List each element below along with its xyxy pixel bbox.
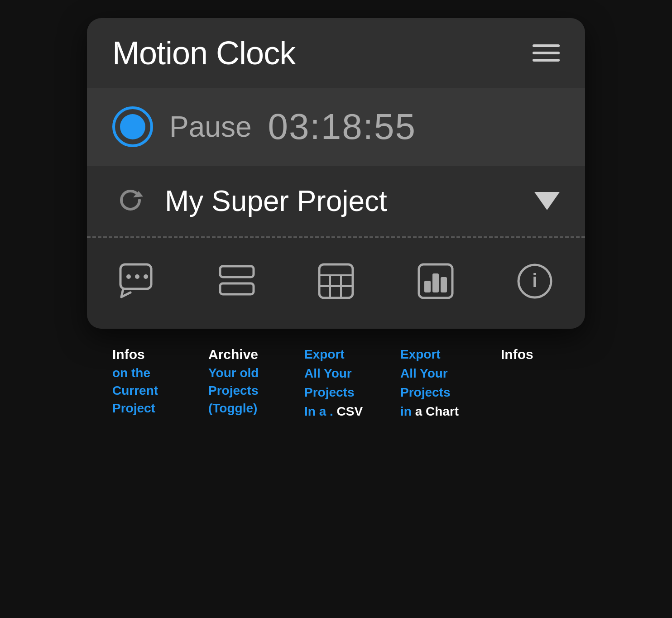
svg-rect-13 <box>424 281 431 292</box>
label-infos-right: Infos <box>501 345 560 421</box>
label-export-csv: ExportAll YourProjectsIn a . CSV <box>304 345 390 421</box>
hamburger-line-3 <box>533 59 560 62</box>
label-archive-sub: Your oldProjects(Toggle) <box>208 364 294 417</box>
app-title: Motion Clock <box>112 34 295 72</box>
record-pause-button[interactable] <box>112 106 153 147</box>
label-infos-right-title: Infos <box>501 345 560 364</box>
label-infos-sub: on theCurrentProject <box>112 364 198 417</box>
svg-point-4 <box>144 274 148 279</box>
hamburger-line-1 <box>533 44 560 47</box>
table-button[interactable] <box>311 256 361 306</box>
project-name: My Super Project <box>165 184 518 218</box>
project-section: My Super Project <box>87 166 585 236</box>
svg-rect-7 <box>319 264 353 298</box>
reload-icon[interactable] <box>112 182 149 220</box>
pause-label: Pause <box>169 110 251 144</box>
labels-row: Infos on theCurrentProject Archive Your … <box>87 329 585 421</box>
app-card: Motion Clock Pause 03:18:55 My S <box>87 18 585 329</box>
chart-button[interactable] <box>411 256 461 306</box>
record-indicator <box>120 114 145 139</box>
svg-rect-5 <box>220 266 254 277</box>
toolbar: i <box>87 238 585 329</box>
timer-display: 03:18:55 <box>268 106 416 148</box>
hamburger-menu-button[interactable] <box>533 44 560 62</box>
chat-button[interactable] <box>112 256 162 306</box>
hamburger-line-2 <box>533 52 560 54</box>
project-dropdown-button[interactable] <box>534 192 560 210</box>
label-export-csv-text: ExportAll YourProjectsIn a . CSV <box>304 345 390 421</box>
svg-rect-15 <box>441 277 447 292</box>
svg-text:i: i <box>532 270 538 291</box>
label-export-chart-text: ExportAll YourProjectsin a Chart <box>400 345 491 421</box>
svg-rect-14 <box>432 273 439 292</box>
svg-point-3 <box>135 274 139 279</box>
archive-button[interactable] <box>212 256 262 306</box>
label-infos-title: Infos <box>112 345 198 364</box>
svg-point-2 <box>126 274 131 279</box>
label-export-chart: ExportAll YourProjectsin a Chart <box>400 345 491 421</box>
svg-rect-6 <box>220 283 254 294</box>
timer-section: Pause 03:18:55 <box>87 88 585 166</box>
info-button[interactable]: i <box>510 256 560 306</box>
label-infos-current: Infos on theCurrentProject <box>112 345 198 421</box>
header: Motion Clock <box>87 18 585 88</box>
label-archive: Archive Your oldProjects(Toggle) <box>208 345 294 421</box>
label-archive-title: Archive <box>208 345 294 364</box>
